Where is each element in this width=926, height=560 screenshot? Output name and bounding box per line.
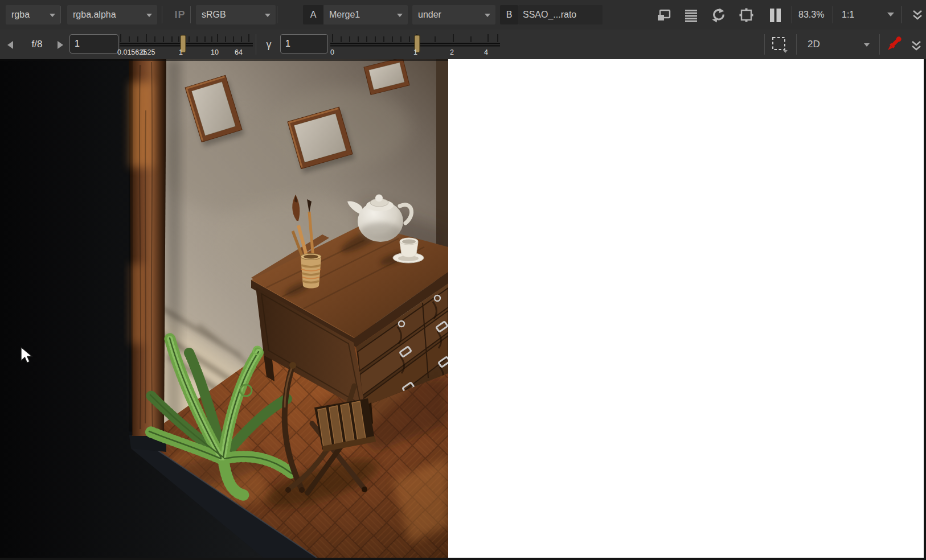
chevron-down-icon — [397, 14, 403, 17]
gain-tick-label: 1 — [179, 48, 183, 56]
pause-button[interactable] — [767, 7, 784, 24]
alpha-channel-label: rgba.alpha — [73, 10, 116, 20]
viewer-blank-area[interactable] — [448, 59, 924, 558]
double-chevron-down-icon — [909, 39, 923, 53]
frame-format-icon — [739, 7, 755, 23]
gamma-input[interactable]: 1 — [280, 34, 328, 53]
input-b-select[interactable]: SSAO_...rato — [518, 5, 603, 24]
channel-select-label: rgba — [11, 10, 30, 20]
viewer-toolbar: rgba rgba.alpha IP sRGB A Merge1 under B… — [0, 0, 926, 30]
input-b-label: SSAO_...rato — [523, 10, 576, 20]
zoom-level[interactable]: 83.3% — [798, 0, 830, 30]
view-mode-label: 2D — [808, 39, 820, 50]
divider — [796, 34, 797, 55]
eyedropper-icon — [884, 36, 903, 53]
roi-box-icon — [771, 36, 790, 54]
divider — [162, 6, 162, 23]
input-b-badge[interactable]: B — [500, 5, 518, 24]
viewer-canvas[interactable] — [0, 59, 926, 560]
refresh-button[interactable] — [710, 7, 727, 24]
refresh-icon — [710, 7, 726, 23]
color-sample-button[interactable] — [884, 36, 903, 53]
chevron-down-icon — [864, 43, 870, 47]
alpha-channel-select[interactable]: rgba.alpha — [67, 5, 157, 24]
viewer-process-label: sRGB — [202, 10, 226, 20]
divider — [764, 34, 765, 55]
gamma-symbol: γ — [262, 30, 276, 59]
stack-button[interactable] — [682, 7, 699, 24]
gamma-value: 1 — [285, 39, 290, 49]
gain-tick-label: 0.25 — [141, 48, 155, 56]
input-a-label: Merge1 — [329, 10, 360, 20]
divider — [256, 34, 256, 55]
split-view-icon — [656, 8, 671, 23]
channel-select[interactable]: rgba — [6, 5, 60, 24]
image-top-edge — [0, 59, 448, 61]
wipe-mode-select[interactable]: under — [412, 5, 495, 24]
chevron-down-icon — [265, 14, 271, 17]
gamma-tick-label: 2 — [450, 48, 454, 56]
divider — [190, 6, 191, 23]
scene-beam — [129, 59, 166, 436]
pause-icon — [768, 7, 782, 23]
input-a-select[interactable]: Merge1 — [323, 5, 408, 24]
collapse-row-button[interactable] — [908, 38, 925, 55]
fstop-increase-button[interactable] — [55, 40, 66, 50]
frame-format-button[interactable] — [738, 7, 755, 24]
exposure-toolbar: f/8 1 0.015625 0.25 1 10 64 γ 1 — [0, 30, 926, 60]
gain-slider[interactable]: 0.015625 0.25 1 10 64 — [120, 30, 253, 59]
gamma-tick-label: 1 — [413, 48, 417, 56]
gamma-tick-label: 4 — [484, 48, 488, 56]
double-chevron-down-icon — [911, 9, 924, 22]
triangle-left-icon — [7, 41, 13, 49]
split-view-button[interactable] — [655, 7, 672, 24]
chevron-down-icon[interactable] — [887, 13, 894, 17]
input-process-button[interactable]: IP — [169, 0, 191, 30]
divider — [277, 6, 277, 23]
stack-lines-icon — [683, 8, 698, 23]
divider — [792, 6, 792, 23]
fstop-decrease-button[interactable] — [5, 40, 16, 50]
gain-value: 1 — [75, 39, 80, 49]
chevron-down-icon — [485, 14, 490, 17]
gain-input[interactable]: 1 — [69, 34, 118, 53]
divider — [60, 6, 61, 23]
collapse-toolbar-button[interactable] — [909, 7, 926, 24]
gain-tick-label: 64 — [235, 48, 243, 56]
mouse-cursor — [19, 346, 33, 365]
input-a-badge[interactable]: A — [303, 5, 323, 24]
gamma-slider[interactable]: 0 1 2 4 — [330, 30, 500, 59]
triangle-right-icon — [58, 41, 63, 49]
proxy-mode[interactable]: 1:1 — [842, 0, 854, 30]
view-mode-select[interactable]: 2D — [802, 35, 875, 54]
fstop-label: f/8 — [24, 30, 50, 59]
chevron-down-icon — [146, 14, 152, 17]
divider — [901, 6, 902, 23]
divider — [879, 34, 880, 55]
gain-tick-label: 10 — [211, 48, 219, 56]
viewer-image[interactable] — [0, 59, 448, 558]
gamma-tick-label: 0 — [330, 48, 334, 56]
viewer-process-select[interactable]: sRGB — [196, 5, 276, 24]
chevron-down-icon — [50, 14, 55, 17]
divider — [833, 6, 833, 23]
roi-button[interactable] — [770, 35, 790, 55]
wipe-mode-label: under — [418, 10, 441, 20]
